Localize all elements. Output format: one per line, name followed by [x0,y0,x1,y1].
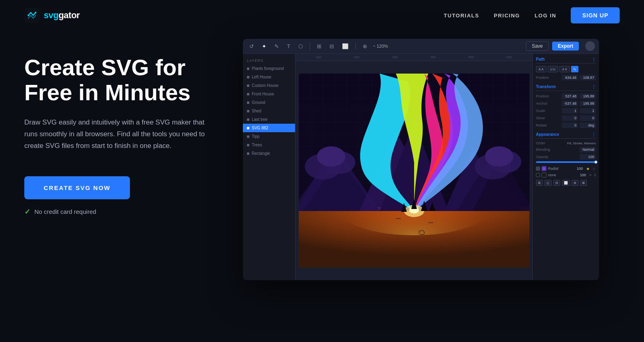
skew-values: 0 0 [562,115,596,121]
nav-links: TUTORIALS PRICING LOG IN SIGN UP [444,7,620,23]
tr-x-value: 537.48 [562,93,578,99]
svg-point-2 [35,12,36,13]
svg-point-41 [317,146,345,167]
fill-value: 100 [577,167,583,171]
export-button[interactable]: Export [552,42,579,51]
blending-value: Normal [580,147,596,152]
canvas-area: 100 200 300 400 500 600 [295,54,532,280]
layer-item-9[interactable]: Trees [243,141,295,149]
layer-dot [247,101,249,104]
app-icon-1[interactable]: ⊞ [536,180,543,186]
layer-item-6[interactable]: Last tree [243,115,295,124]
editor-preview: ↺ ✦ ✎ T ⬡ ⊞ ⊟ ⬜ ⊕ ~ 120% Save Export [243,39,620,280]
layer-item-1[interactable]: Left House [243,73,295,81]
tr-y-value: 195.88 [580,93,596,99]
layer-item-8[interactable]: Tipp [243,132,295,141]
svg-point-44 [485,146,513,167]
logo[interactable]: svggator [24,8,80,23]
cta-button[interactable]: CREATE SVG NOW [24,176,130,199]
editor-toolbar: ↺ ✦ ✎ T ⬡ ⊞ ⊟ ⬜ ⊕ ~ 120% Save Export [243,39,599,54]
toolbar-text[interactable]: T [285,42,293,50]
anchor-y-value: 195.98 [580,101,596,106]
fill-star: ★ [586,167,590,171]
layer-dot [247,76,249,78]
svg-point-1 [28,15,29,16]
hero-left: Create SVG for Free in Minutes Draw SVG … [24,43,227,216]
layer-dot-active [247,127,249,129]
nav-login[interactable]: LOG IN [535,13,557,19]
toolbar-pen[interactable]: ✎ [272,42,281,50]
opacity-value: 100 [580,154,596,160]
skew-x-value: 0 [562,115,578,121]
appearance-icons: ⊞ ◱ ⊟ ⬜ ⊕ ⊠ [536,180,596,186]
pos-x-value: 634.46 [562,75,578,80]
blending-row: Blending Normal [536,147,596,152]
layer-dot [247,93,249,95]
layer-dot [247,118,249,121]
layer-item-2[interactable]: Custom House [243,81,295,90]
stroke-num: 3 [594,173,596,177]
order-row: Order Fill, Stroke, Markers [536,141,596,145]
app-icon-4[interactable]: ⬜ [562,180,570,186]
appearance-header: Appearance ⋮ [536,132,596,139]
no-credit-text: No credit card required [34,208,96,215]
navbar: svggator TUTORIALS PRICING LOG IN SIGN U… [0,0,644,31]
logo-icon [24,8,40,23]
rotate-deg: deg [580,122,596,128]
toolbar-group[interactable]: ⬜ [340,42,351,50]
toolbar-align[interactable]: ⊞ [315,42,324,50]
layer-item-7-active[interactable]: SVG 882 [243,124,295,132]
fill-label: Radial [548,167,559,171]
signup-button[interactable]: SIGN UP [571,7,620,23]
path-header: Path ⋮ [536,57,596,63]
layer-item-5[interactable]: Shed [243,107,295,115]
stroke-label: none [548,173,556,177]
toolbar-zoom[interactable]: ⊕ [360,42,370,50]
hero-title: Create SVG for Free in Minutes [24,55,227,105]
skew-y-value: 0 [580,115,596,121]
fill-more: ☆ [592,167,596,171]
layers-title: LAYERS [243,57,295,64]
app-icon-5[interactable]: ⊕ [572,180,578,186]
app-icon-2[interactable]: ◱ [544,180,552,186]
toolbar-distribute[interactable]: ⊟ [327,42,336,50]
position-values: 634.46 108.87 [562,75,596,80]
stroke-icon: ≡ [589,173,591,177]
stroke-value: 100 [580,173,586,177]
anchor-row: Anchor -537.48 195.98 [536,101,596,106]
toolbar-select[interactable]: ✦ [259,42,269,50]
path-type-btn-1[interactable]: ∧∧ [536,66,546,72]
hero-section: Create SVG for Free in Minutes Draw SVG … [0,31,644,280]
save-button[interactable]: Save [526,41,549,51]
opacity-fill [536,161,596,163]
layer-item-0[interactable]: Plants foreground [243,64,295,73]
layer-dot [247,135,249,138]
anchor-x-value: -537.48 [562,101,578,106]
path-type-btn-4[interactable]: ∿ [571,66,578,72]
toolbar-shape[interactable]: ⬡ [296,42,305,50]
stroke-color-swatch[interactable] [542,173,546,177]
layer-item-10[interactable]: Rectangle [243,149,295,158]
nav-tutorials[interactable]: TUTORIALS [444,13,479,19]
layers-panel: LAYERS Plants foreground Left House Cust… [243,54,295,280]
pos-y-value: 108.87 [580,75,596,80]
opacity-bar[interactable] [536,161,596,163]
path-type-btn-2[interactable]: ∪∪ [548,66,558,72]
toolbar-undo[interactable]: ↺ [247,42,256,50]
fill-color-swatch[interactable] [542,166,546,171]
editor-body: LAYERS Plants foreground Left House Cust… [243,54,599,280]
path-type-btn-3[interactable]: ∧∨ [559,66,570,72]
app-icon-3[interactable]: ⊟ [553,180,560,186]
opacity-row: Opacity 100 [536,154,596,160]
layer-item-4[interactable]: Ground [243,98,295,107]
app-icon-6[interactable]: ⊠ [580,180,587,186]
anchor-values: -537.48 195.98 [562,101,596,106]
layer-item-3[interactable]: Front House [243,90,295,98]
layer-dot [247,152,249,155]
check-icon: ✓ [24,207,30,216]
transform-header: Transform ⋮ [536,84,596,91]
nav-pricing[interactable]: PRICING [494,13,520,19]
scale-y-value: 1 [580,108,596,114]
user-avatar[interactable] [585,41,595,51]
canvas-content [295,61,532,280]
